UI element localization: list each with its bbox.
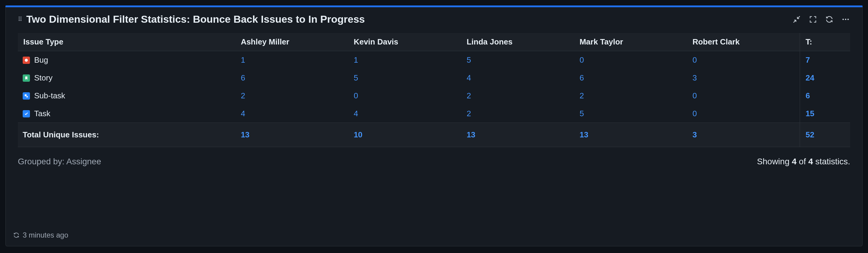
- stat-link[interactable]: 0: [580, 55, 584, 64]
- stat-link[interactable]: 13: [580, 130, 588, 139]
- more-horizontal-icon: [841, 15, 850, 24]
- stat-link[interactable]: 15: [805, 109, 814, 118]
- issue-type-cell: Sub-task: [18, 87, 235, 105]
- row-total-cell: 7: [800, 51, 850, 69]
- stat-link[interactable]: 5: [354, 73, 358, 82]
- stat-link[interactable]: 52: [805, 130, 814, 139]
- task-icon: [23, 110, 30, 117]
- bug-icon: [23, 57, 30, 64]
- refresh-icon: [13, 232, 20, 238]
- issue-type-cell: Story: [18, 69, 235, 87]
- stat-cell: 6: [235, 69, 348, 87]
- stat-cell: 5: [348, 69, 461, 87]
- refresh-button[interactable]: [825, 15, 834, 24]
- svg-point-2: [847, 19, 849, 20]
- stat-cell: 0: [574, 51, 687, 69]
- grouped-by-label: Grouped by: Assignee: [18, 157, 101, 166]
- expand-icon: [809, 15, 817, 24]
- stat-link[interactable]: 6: [580, 73, 584, 82]
- stat-link[interactable]: 4: [354, 109, 358, 118]
- stat-link[interactable]: 7: [805, 55, 810, 64]
- stat-link[interactable]: 0: [692, 55, 696, 64]
- stat-cell: 0: [687, 51, 800, 69]
- issue-type-cell: Bug: [18, 51, 235, 69]
- showing-pre: Showing: [757, 157, 792, 166]
- table-header: Issue Type Ashley Miller Kevin Davis Lin…: [18, 33, 850, 51]
- column-total-cell: 10: [348, 123, 461, 147]
- showing-post: statistics.: [813, 157, 850, 166]
- issue-type-label: Story: [34, 73, 53, 83]
- stat-link[interactable]: 6: [805, 91, 810, 100]
- stat-link[interactable]: 0: [692, 109, 696, 118]
- header-assignee[interactable]: Linda Jones: [461, 33, 574, 51]
- subtask-icon: [23, 92, 30, 100]
- stat-link[interactable]: 6: [241, 73, 245, 82]
- stat-link[interactable]: 3: [692, 130, 696, 139]
- stat-cell: 1: [235, 51, 348, 69]
- stat-link[interactable]: 2: [580, 91, 584, 100]
- stat-cell: 0: [348, 87, 461, 105]
- grand-total-cell: 52: [800, 123, 850, 147]
- row-total-cell: 15: [800, 105, 850, 123]
- stat-cell: 2: [461, 87, 574, 105]
- header-assignee[interactable]: Mark Taylor: [574, 33, 687, 51]
- column-total-cell: 13: [574, 123, 687, 147]
- stat-link[interactable]: 1: [241, 55, 245, 64]
- column-total-cell: 13: [235, 123, 348, 147]
- header-total: T:: [800, 33, 850, 51]
- stats-table: Issue Type Ashley Miller Kevin Davis Lin…: [18, 33, 850, 147]
- panel-actions: [792, 15, 850, 24]
- stat-link[interactable]: 5: [580, 109, 584, 118]
- stat-link[interactable]: 0: [354, 91, 358, 100]
- table-body: Bug115007Story6546324Sub-task202206Task4…: [18, 51, 850, 147]
- svg-point-1: [845, 19, 846, 20]
- header-assignee[interactable]: Ashley Miller: [235, 33, 348, 51]
- stat-link[interactable]: 13: [241, 130, 249, 139]
- more-button[interactable]: [841, 15, 850, 24]
- header-assignee[interactable]: Robert Clark: [687, 33, 800, 51]
- issue-type-label: Bug: [34, 55, 48, 65]
- drag-handle-icon[interactable]: ⠿: [18, 16, 24, 23]
- last-updated: 3 minutes ago: [13, 231, 68, 240]
- totals-row: Total Unique Issues:13101313352: [18, 123, 850, 147]
- table-row: Story6546324: [18, 69, 850, 87]
- stat-link[interactable]: 2: [466, 91, 471, 100]
- table-row: Sub-task202206: [18, 87, 850, 105]
- panel-header: ⠿ Two Dimensional Filter Statistics: Bou…: [18, 13, 850, 25]
- issue-type-label: Task: [34, 109, 50, 118]
- footer-info: Grouped by: Assignee Showing 4 of 4 stat…: [18, 157, 850, 166]
- minimize-icon: [793, 15, 801, 24]
- stat-link[interactable]: 1: [354, 55, 358, 64]
- last-updated-text: 3 minutes ago: [23, 231, 68, 240]
- header-assignee[interactable]: Kevin Davis: [348, 33, 461, 51]
- stat-cell: 4: [348, 105, 461, 123]
- table-row: Bug115007: [18, 51, 850, 69]
- stat-cell: 4: [461, 69, 574, 87]
- minimize-button[interactable]: [792, 15, 801, 24]
- stat-link[interactable]: 3: [692, 73, 696, 82]
- stat-link[interactable]: 24: [805, 73, 814, 82]
- stat-link[interactable]: 13: [466, 130, 475, 139]
- stat-cell: 0: [687, 105, 800, 123]
- header-issue-type: Issue Type: [18, 33, 235, 51]
- stat-link[interactable]: 2: [241, 91, 245, 100]
- expand-button[interactable]: [808, 15, 817, 24]
- stat-cell: 2: [235, 87, 348, 105]
- stat-link[interactable]: 0: [692, 91, 696, 100]
- stat-cell: 1: [348, 51, 461, 69]
- stat-link[interactable]: 4: [241, 109, 245, 118]
- stat-link[interactable]: 5: [466, 55, 471, 64]
- story-icon: [23, 75, 30, 82]
- issue-type-cell: Task: [18, 105, 235, 123]
- showing-n: 4: [792, 157, 797, 166]
- row-total-cell: 24: [800, 69, 850, 87]
- stat-cell: 2: [574, 87, 687, 105]
- refresh-icon: [825, 15, 834, 24]
- stat-link[interactable]: 2: [466, 109, 471, 118]
- totals-label: Total Unique Issues:: [18, 123, 235, 147]
- showing-count: Showing 4 of 4 statistics.: [757, 157, 850, 166]
- row-total-cell: 6: [800, 87, 850, 105]
- stat-link[interactable]: 10: [354, 130, 363, 139]
- stat-cell: 2: [461, 105, 574, 123]
- stat-link[interactable]: 4: [466, 73, 471, 82]
